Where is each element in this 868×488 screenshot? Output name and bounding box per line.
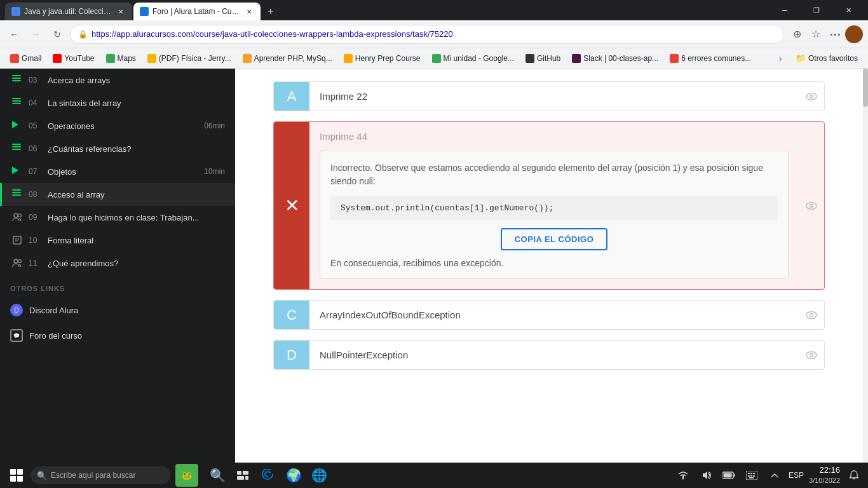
bookmark-henry-label: Henry Prep Course: [355, 54, 421, 63]
svg-point-14: [810, 353, 813, 356]
sidebar-item-06[interactable]: 06 ¿Cuántas referencias?: [0, 137, 235, 160]
tab-list: Java y java.util: Colecciones, Wra... ✕ …: [5, 0, 280, 20]
volume-icon[interactable]: [697, 466, 715, 484]
taskbar-app-taskview[interactable]: [231, 464, 254, 487]
option-text-d: NullPointerException: [309, 341, 799, 369]
php-favicon: [243, 54, 252, 63]
bookmark-slack[interactable]: Slack | 00-clases-ap...: [567, 51, 663, 66]
svg-point-11: [806, 311, 817, 318]
sidebar-item-09[interactable]: 09 Haga lo que hicimos en clase: Trabaja…: [0, 206, 235, 229]
option-letter-x: ✕: [274, 122, 309, 289]
drive-favicon: [432, 54, 441, 63]
minimize-button[interactable]: ─: [770, 0, 799, 20]
bookmarks-folder-otros[interactable]: 📁 Otros favoritos: [790, 51, 863, 66]
tab-close-1[interactable]: ✕: [116, 6, 126, 17]
chevron-up-icon[interactable]: [766, 466, 783, 484]
discord-link[interactable]: D Discord Alura: [0, 297, 235, 323]
item-title-07: Objetos: [48, 167, 198, 177]
keyboard-icon[interactable]: [743, 466, 761, 484]
bookmark-maps[interactable]: Maps: [101, 51, 141, 66]
svg-rect-29: [753, 475, 755, 477]
item-title-03: Acerca de arrays: [48, 76, 225, 85]
taskbar-app-app[interactable]: 🌐: [308, 464, 330, 487]
eye-icon-c[interactable]: [799, 301, 824, 329]
close-button[interactable]: ✕: [834, 0, 863, 20]
sidebar-item-07[interactable]: 07 Objetos 10min: [0, 160, 235, 183]
bookmark-maps-label: Maps: [118, 54, 136, 63]
play-icon-05: [12, 121, 22, 131]
bookmark-button[interactable]: ☆: [807, 25, 825, 43]
sidebar-item-08[interactable]: 08 Acceso al array: [0, 183, 235, 206]
svg-rect-24: [748, 473, 750, 474]
bookmarks-more-button[interactable]: ›: [771, 50, 789, 67]
eye-icon-d[interactable]: [799, 341, 824, 369]
option-text-a: Imprime 22: [309, 82, 799, 111]
sidebar-item-11[interactable]: 11 ¿Qué aprendimos?: [0, 252, 235, 274]
copy-code-button[interactable]: COPIA EL CÓDIGO: [501, 228, 608, 250]
taskbar-apps: 🔍 🌍 🌐: [206, 464, 330, 487]
taskbar-app-search[interactable]: 🔍: [206, 464, 229, 487]
scrollbar-track[interactable]: [863, 69, 868, 463]
item-title-05: Operaciones: [48, 121, 198, 131]
profile-button[interactable]: ⊕: [788, 25, 806, 43]
notification-icon[interactable]: [845, 466, 863, 484]
new-tab-button[interactable]: +: [262, 3, 280, 20]
bookmark-youtube[interactable]: YouTube: [48, 51, 99, 66]
foro-link[interactable]: 💬 Foro del curso: [0, 323, 235, 348]
option-row-x[interactable]: ✕ Imprime 44 Incorrecto. Observe que est…: [273, 121, 825, 290]
clock-date: 3/10/2022: [809, 476, 840, 485]
sidebar-item-05[interactable]: 05 Operaciones 06min: [0, 114, 235, 137]
scrollbar-thumb[interactable]: [863, 69, 868, 107]
network-icon[interactable]: [674, 466, 692, 484]
bookmark-github[interactable]: GitHub: [520, 51, 566, 66]
refresh-button[interactable]: ↻: [48, 25, 66, 43]
taskbar-clock[interactable]: 22:16 3/10/2022: [809, 465, 840, 485]
svg-point-19: [682, 478, 684, 480]
youtube-favicon: [53, 54, 62, 63]
taskbar-search[interactable]: 🔍 Escribe aquí para buscar: [31, 466, 170, 484]
maximize-button[interactable]: ❐: [802, 0, 831, 20]
bookmark-drive[interactable]: Mi unidad - Google...: [427, 51, 519, 66]
option-row-c[interactable]: C ArrayIndexOutOfBoundException: [273, 300, 825, 330]
back-button[interactable]: ←: [5, 25, 23, 43]
bookmark-gmail[interactable]: Gmail: [5, 51, 46, 66]
svg-rect-2: [13, 236, 21, 244]
item-title-04: La sintaxis del array: [48, 98, 225, 108]
item-num-09: 09: [29, 213, 41, 222]
folder-label: Otros favoritos: [808, 54, 858, 63]
svg-point-6: [18, 260, 22, 263]
consequence-text: En consecuencia, recibimos una excepción…: [330, 258, 778, 268]
sidebar-item-10[interactable]: 10 Forma literal: [0, 229, 235, 252]
bookmark-errores[interactable]: 6 errores comunes...: [665, 51, 756, 66]
option-letter-d: D: [274, 341, 309, 369]
taskbar-app-earth[interactable]: 🌍: [282, 464, 305, 487]
address-bar-input[interactable]: 🔒 https://app.aluracursos.com/course/jav…: [70, 25, 784, 44]
forward-button[interactable]: →: [27, 25, 44, 43]
bookmark-henry[interactable]: Henry Prep Course: [339, 51, 426, 66]
profile-avatar[interactable]: [845, 25, 863, 43]
option-row-d[interactable]: D NullPointerException: [273, 340, 825, 370]
eye-icon-x[interactable]: [799, 122, 824, 289]
taskbar: 🔍 Escribe aquí para buscar 🐸 🔍 🌍 🌐: [0, 463, 868, 488]
tab-1[interactable]: Java y java.util: Colecciones, Wra... ✕: [5, 3, 132, 20]
battery-icon[interactable]: [720, 466, 738, 484]
item-duration-05: 06min: [204, 121, 225, 130]
svg-rect-17: [237, 476, 244, 480]
sidebar-item-03[interactable]: 03 Acerca de arrays: [0, 69, 235, 92]
tab-2[interactable]: Foro | Alura Latam - Cursos onlir... ✕: [133, 3, 261, 20]
taskbar-app-edge[interactable]: [257, 464, 280, 487]
option-letter-c: C: [274, 301, 309, 329]
tab-close-2[interactable]: ✕: [244, 6, 254, 17]
bookmark-fisica[interactable]: (PDF) Física - Jerry...: [142, 51, 236, 66]
option-row-a[interactable]: A Imprime 22: [273, 81, 825, 111]
svg-point-1: [18, 214, 22, 217]
clock-time: 22:16: [809, 465, 840, 476]
sidebar-item-04[interactable]: 04 La sintaxis del array: [0, 92, 235, 114]
item-num-11: 11: [29, 259, 41, 268]
more-button[interactable]: ⋯: [826, 25, 844, 43]
fisica-favicon: [147, 54, 156, 63]
eye-icon-a[interactable]: [799, 82, 824, 111]
bookmark-php[interactable]: Aprender PHP, MySq...: [238, 51, 337, 66]
bookmark-github-label: GitHub: [537, 54, 560, 63]
start-button[interactable]: [5, 464, 28, 487]
